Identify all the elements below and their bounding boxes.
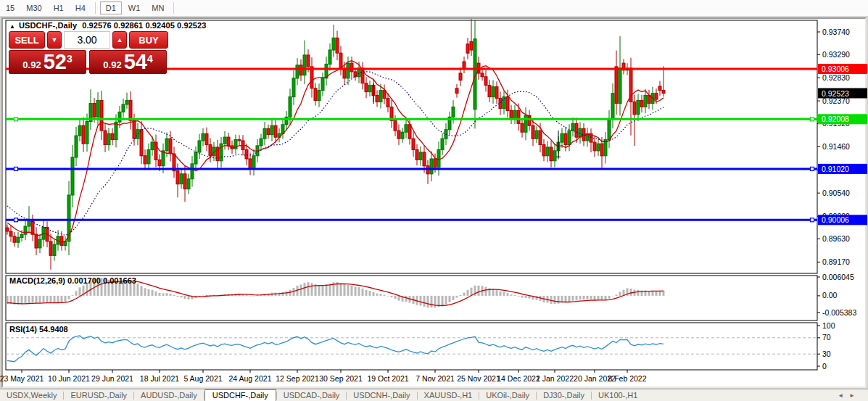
volume-input[interactable]: 3.00 (64, 31, 110, 49)
sell-price-display[interactable]: 0.92 52 3 (9, 50, 86, 74)
rsi-name: RSI(14) (9, 325, 37, 334)
timeframe-toolbar: 15M30H1H4D1W1MN (0, 0, 868, 17)
sell-price-small: 0.92 (22, 59, 41, 70)
chart-symbol-period: USDCHF-,Daily (19, 21, 77, 30)
collapse-panel-icon[interactable]: ▲ (9, 23, 15, 30)
one-click-trade-panel: SELL ▼ 3.00 ▲ BUY 0.92 52 3 0.92 54 4 (9, 31, 168, 74)
timeframe-D1[interactable]: D1 (100, 1, 122, 15)
timeframe-W1[interactable]: W1 (123, 2, 146, 14)
triangle-down-icon: ▼ (51, 36, 58, 44)
macd-name: MACD(12,26,9) (9, 276, 65, 285)
buy-price-big: 54 (124, 51, 147, 73)
chart-tab-ukoil-daily[interactable]: UKOil-,Daily (479, 390, 536, 400)
timeframe-MN[interactable]: MN (146, 2, 169, 14)
chart-title: ▲USDCHF-,Daily0.92576 0.92861 0.92405 0.… (9, 21, 207, 30)
macd-current-values: 0.001700 0.001663 (67, 276, 136, 285)
chart-tab-usdchf-daily[interactable]: USDCHF-,Daily (204, 389, 276, 401)
chart-ohlc-values: 0.92576 0.92861 0.92405 0.92523 (82, 21, 206, 30)
sell-price-big: 52 (44, 51, 67, 73)
volume-decrease-button[interactable]: ▼ (47, 31, 62, 49)
chart-tab-xauusd-h1[interactable]: XAUUSD-,H1 (418, 390, 479, 400)
rsi-current-value: 54.9408 (39, 325, 68, 334)
volume-increase-button[interactable]: ▲ (112, 31, 127, 49)
buy-price-display[interactable]: 0.92 54 4 (89, 50, 167, 74)
chart-tab-dj30-daily[interactable]: DJ30-,Daily (537, 390, 591, 400)
buy-price-pip: 4 (147, 53, 153, 65)
chart-tab-uk100-h1[interactable]: UK100-,H1 (592, 390, 644, 400)
buy-button[interactable]: BUY (129, 31, 168, 49)
timeframe-H1[interactable]: H1 (49, 2, 69, 14)
triangle-up-icon: ▲ (117, 36, 123, 44)
chart-tab-usdcad-daily[interactable]: USDCAD-,Daily (277, 390, 347, 400)
symbol-tabbar: USDX,WeeklyEURUSD-,DailyAUDUSD-,DailyUSD… (0, 389, 868, 401)
macd-indicator-label: MACD(12,26,9) 0.001700 0.001663 (9, 276, 136, 285)
toolbar-separator (95, 2, 96, 14)
sell-button[interactable]: SELL (9, 31, 45, 49)
chart-tab-usdcnh-daily[interactable]: USDCNH-,Daily (347, 390, 416, 400)
chart-tab-audusd-daily[interactable]: AUDUSD-,Daily (134, 390, 204, 400)
timeframe-15[interactable]: 15 (1, 2, 20, 14)
toolbar-separator (173, 2, 174, 14)
timeframe-H4[interactable]: H4 (70, 2, 91, 14)
sell-price-pip: 3 (67, 53, 73, 65)
rsi-indicator-label: RSI(14) 54.9408 (9, 325, 68, 334)
tab-scroll-arrows[interactable]: ◄► (838, 392, 861, 399)
timeframe-M30[interactable]: M30 (21, 2, 46, 14)
chart-tab-usdx-weekly[interactable]: USDX,Weekly (0, 390, 63, 400)
chart-tab-eurusd-daily[interactable]: EURUSD-,Daily (64, 390, 133, 400)
buy-price-small: 0.92 (103, 59, 121, 70)
